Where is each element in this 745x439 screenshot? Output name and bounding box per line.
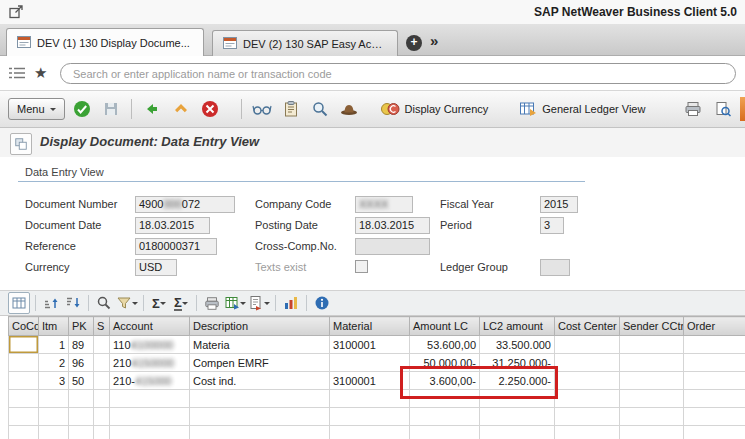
s-cell[interactable] (94, 354, 110, 372)
col-header-amount-lc[interactable]: Amount LC (410, 317, 480, 336)
find-button[interactable] (711, 97, 735, 121)
general-ledger-view-button[interactable]: General Ledger View (519, 101, 645, 117)
description-cell[interactable]: Materia (190, 336, 330, 354)
account-cell[interactable]: 2104150000 (110, 354, 190, 372)
window-launch-icon[interactable] (8, 4, 24, 22)
s-cell[interactable] (94, 372, 110, 390)
export-file-button[interactable] (248, 293, 270, 313)
display-currency-button[interactable]: Display Currency (380, 101, 489, 117)
col-header-cost-center[interactable]: Cost Center (555, 317, 620, 336)
description-cell[interactable]: Compen EMRF (190, 354, 330, 372)
order-cell[interactable] (684, 372, 745, 390)
subtotal-button[interactable]: Σ (171, 293, 191, 313)
amount-lc-cell[interactable]: 50.000,00- (410, 354, 480, 372)
choose-details-button[interactable] (8, 292, 30, 314)
search-document-button[interactable] (308, 97, 332, 121)
cost-center-cell[interactable] (555, 336, 620, 354)
s-cell[interactable] (94, 336, 110, 354)
itm-cell[interactable]: 1 (39, 336, 69, 354)
graphic-button[interactable] (281, 293, 301, 313)
fiscal-year-field[interactable]: 2015 (540, 196, 578, 213)
order-cell[interactable] (684, 336, 745, 354)
tab-overflow-button[interactable]: » (430, 32, 438, 49)
currency-field[interactable]: USD (135, 259, 177, 276)
pk-cell[interactable]: 96 (69, 354, 94, 372)
document-list-button[interactable] (279, 97, 303, 121)
col-header-account[interactable]: Account (110, 317, 190, 336)
print-button[interactable] (681, 97, 705, 121)
table-row-empty[interactable] (9, 426, 745, 439)
col-header-order[interactable]: Order (684, 317, 745, 336)
ledger-group-field[interactable] (540, 259, 570, 276)
account-cell[interactable]: 210-415000 (110, 372, 190, 390)
table-row[interactable]: 2 96 2104150000 Compen EMRF 50.000,00- 3… (9, 354, 745, 372)
sort-ascending-button[interactable] (41, 293, 61, 313)
back-button[interactable] (140, 97, 164, 121)
table-row[interactable]: 3 50 210-415000 Cost ind. 3100001 3.600,… (9, 372, 745, 390)
texts-exist-checkbox[interactable] (355, 260, 368, 273)
col-header-lc2-amount[interactable]: LC2 amount (480, 317, 555, 336)
material-cell[interactable]: 3100001 (330, 372, 410, 390)
cross-comp-field[interactable] (355, 238, 430, 255)
lc2-amount-cell[interactable]: 33.500.000 (480, 336, 555, 354)
cost-center-cell[interactable] (555, 354, 620, 372)
tab-display-document[interactable]: DEV (1) 130 Display Docume... (6, 28, 204, 56)
itm-cell[interactable]: 3 (39, 372, 69, 390)
menu-button[interactable]: Menu (8, 98, 65, 120)
index-list-icon[interactable] (8, 66, 26, 82)
pk-cell[interactable]: 50 (69, 372, 94, 390)
table-row-empty[interactable] (9, 390, 745, 408)
taxes-button[interactable] (337, 97, 361, 121)
order-cell[interactable] (684, 354, 745, 372)
description-cell[interactable]: Cost ind. (190, 372, 330, 390)
cost-center-cell[interactable] (555, 372, 620, 390)
lc2-amount-cell[interactable]: 2.250.000- (480, 372, 555, 390)
find-in-list-button[interactable] (94, 293, 114, 313)
amount-lc-cell[interactable]: 3.600,00- (410, 372, 480, 390)
total-button[interactable]: Σ (149, 293, 169, 313)
account-cell[interactable]: 1104100000 (110, 336, 190, 354)
itm-cell[interactable]: 2 (39, 354, 69, 372)
export-spreadsheet-button[interactable] (224, 293, 246, 313)
print-list-button[interactable] (202, 293, 222, 313)
document-date-field[interactable]: 18.03.2015 (135, 217, 210, 234)
amount-lc-cell[interactable]: 53.600,00 (410, 336, 480, 354)
col-header-s[interactable]: S (94, 317, 110, 336)
col-header-description[interactable]: Description (190, 317, 330, 336)
cocd-cell-cursor[interactable] (9, 336, 39, 354)
table-row[interactable]: 1 89 1104100000 Materia 3100001 53.600,0… (9, 336, 745, 354)
col-header-material[interactable]: Material (330, 317, 410, 336)
cocd-cell[interactable] (9, 354, 39, 372)
posting-date-field[interactable]: 18.03.2015 (355, 217, 430, 234)
services-button[interactable] (10, 133, 32, 155)
sender-cctr-cell[interactable] (620, 336, 684, 354)
period-field[interactable]: 3 (540, 217, 564, 234)
display-other-document-button[interactable] (250, 97, 274, 121)
table-row-empty[interactable] (9, 408, 745, 426)
tab-easy-access[interactable]: DEV (2) 130 SAP Easy Access (212, 30, 398, 56)
enter-button[interactable] (70, 97, 94, 121)
document-number-field[interactable]: 4900000072 (135, 196, 235, 213)
reference-field[interactable]: 0180000371 (135, 238, 217, 255)
cancel-button[interactable] (198, 97, 222, 121)
sort-descending-button[interactable] (63, 293, 83, 313)
lc2-amount-cell[interactable]: 31.250.000- (480, 354, 555, 372)
material-cell[interactable]: 3100001 (330, 336, 410, 354)
search-input[interactable] (60, 63, 736, 84)
sender-cctr-cell[interactable] (620, 354, 684, 372)
material-cell[interactable] (330, 354, 410, 372)
favorites-star-icon[interactable]: ★ (34, 64, 47, 82)
save-button[interactable] (99, 97, 123, 121)
filter-button[interactable] (116, 293, 138, 313)
col-header-itm[interactable]: Itm (39, 317, 69, 336)
col-header-pk[interactable]: PK (69, 317, 94, 336)
col-header-sender-cctr[interactable]: Sender CCtr (620, 317, 684, 336)
clipped-toolbar-icon[interactable] (740, 97, 745, 121)
exit-button[interactable] (169, 97, 193, 121)
col-header-cocd[interactable]: CoCd (9, 317, 39, 336)
company-code-field[interactable]: XXXX (355, 196, 413, 213)
new-tab-button[interactable]: + (406, 35, 422, 51)
info-button[interactable] (312, 293, 332, 313)
sender-cctr-cell[interactable] (620, 372, 684, 390)
cocd-cell[interactable] (9, 372, 39, 390)
